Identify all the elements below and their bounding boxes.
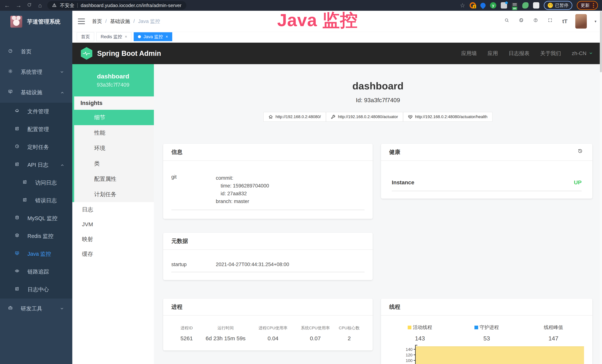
fullscreen-icon[interactable]: [548, 18, 555, 25]
sidebar-item-config-mgmt[interactable]: 配置管理: [0, 120, 72, 138]
service-url-link[interactable]: http://192.168.0.2:48080/: [263, 112, 326, 122]
sidebar-item-tracing[interactable]: 链路追踪: [0, 263, 72, 281]
breadcrumb: 首页 / 基础设施 / Java 监控: [92, 18, 160, 25]
help-icon[interactable]: [533, 18, 540, 25]
font-size-icon[interactable]: tT: [562, 18, 568, 24]
instance-detail-panel: dashboard Id: 93a3fc7f7409 http://192.16…: [154, 64, 602, 364]
breadcrumb-infrastructure[interactable]: 基础设施: [110, 18, 130, 25]
sba-menu-environment[interactable]: 环境: [74, 140, 154, 156]
browser-reload-button[interactable]: [27, 3, 33, 8]
sba-menu-mappings[interactable]: 映射: [72, 232, 154, 247]
instance-header[interactable]: dashboard 93a3fc7f7409: [72, 64, 154, 96]
browser-forward-button[interactable]: →: [16, 2, 22, 8]
tab-redis-monitor[interactable]: Redis 监控 ×: [97, 32, 131, 41]
paused-label: 已暂停: [555, 2, 569, 8]
page-url: dashboard.yudao.iocoder.cn/infra/admin-s…: [81, 3, 181, 8]
user-avatar[interactable]: [575, 14, 587, 29]
sba-menu-scheduledtasks[interactable]: 计划任务: [74, 187, 154, 202]
sba-nav-about[interactable]: 关于我们: [540, 50, 561, 57]
cpu-cores: 2: [336, 335, 362, 342]
profile-paused-chip[interactable]: 已暂停: [544, 1, 572, 10]
tab-home[interactable]: 首页: [77, 32, 94, 41]
browser-home-button[interactable]: ⌂: [38, 2, 42, 8]
metadata-card: 元数据 startup 2021-04-27T00:44:31.254+08:0…: [163, 233, 373, 280]
sba-menu-beans[interactable]: 类: [74, 156, 154, 171]
process-pid: 5261: [174, 335, 199, 342]
address-bar[interactable]: 不安全 dashboard.yudao.iocoder.cn/infra/adm…: [47, 1, 186, 10]
peak-threads-value: 147: [548, 335, 558, 342]
browser-back-button[interactable]: ←: [4, 2, 10, 8]
sidebar-item-error-logs[interactable]: 错误日志: [0, 192, 72, 210]
user-menu-caret-icon[interactable]: ▾: [595, 19, 596, 23]
live-threads-area: [416, 346, 584, 364]
close-icon[interactable]: ×: [125, 34, 127, 39]
sidebar-item-infrastructure[interactable]: 基础设施: [0, 82, 72, 103]
sba-menu-logging[interactable]: 日志: [72, 202, 154, 217]
sba-menu-metrics[interactable]: 性能: [74, 125, 154, 140]
sba-locale-select[interactable]: zh-CN: [572, 50, 593, 56]
metadata-key: startup: [171, 262, 216, 268]
instance-links: http://192.168.0.2:48080/ http://192.168…: [154, 112, 602, 122]
sidebar-item-java-monitor[interactable]: Java 监控: [0, 245, 72, 263]
sba-brand-title: Spring Boot Admin: [97, 50, 161, 57]
threads-card-title: 线程: [389, 303, 400, 311]
extensions-puzzle-icon[interactable]: [533, 2, 539, 9]
process-uptime: 6d 23h 15m 59s: [199, 335, 252, 342]
daemon-threads-swatch: [474, 326, 478, 329]
sba-logo[interactable]: [81, 47, 92, 60]
extension-colorzilla-icon[interactable]: 1: [470, 2, 476, 9]
sidebar-item-log-center[interactable]: 日志中心: [0, 281, 72, 299]
live-threads-value: 143: [415, 335, 425, 342]
wrench-icon: [331, 115, 335, 119]
briefcase-icon: [8, 306, 14, 312]
search-icon[interactable]: [505, 18, 511, 25]
actuator-url-link[interactable]: http://192.168.0.2:48080/actuator: [326, 112, 403, 122]
scrollbar-thumb[interactable]: [600, 11, 602, 72]
page-scrollbar: [600, 11, 602, 364]
sidebar-item-home[interactable]: 首页: [0, 42, 72, 62]
health-url-link[interactable]: http://192.168.0.2:48080/actuator/health: [403, 112, 493, 122]
browser-menu-icon[interactable]: [593, 3, 594, 8]
health-instance-label: Instance: [392, 179, 414, 186]
sidebar-item-redis-monitor[interactable]: Redis 监控: [0, 227, 72, 245]
sba-menu-caches[interactable]: 缓存: [72, 247, 154, 261]
sba-menu-details[interactable]: 细节: [74, 110, 154, 125]
info-card-title: 信息: [171, 148, 183, 156]
breadcrumb-home[interactable]: 首页: [92, 18, 102, 25]
metadata-card-title: 元数据: [171, 237, 188, 245]
bookmark-star-icon[interactable]: ☆: [460, 2, 465, 9]
chrome-update-button[interactable]: 更新: [577, 1, 598, 10]
github-icon[interactable]: [519, 18, 526, 25]
screen-icon: [15, 251, 21, 257]
health-card-title: 健康: [389, 148, 400, 156]
instance-id: 93a3fc7f7409: [97, 82, 129, 88]
extension-switch-icon[interactable]: on: [512, 2, 518, 9]
sidebar-item-file-mgmt[interactable]: 文件管理: [0, 103, 72, 120]
sidebar-item-api-logs[interactable]: API 日志: [0, 156, 72, 174]
sba-menu-configprops[interactable]: 配置属性: [74, 171, 154, 187]
sba-menu-jvm[interactable]: JVM: [72, 217, 154, 232]
sidebar-item-system-mgmt[interactable]: 系统管理: [0, 62, 72, 82]
sba-nav-applications[interactable]: 应用: [488, 50, 498, 57]
sba-nav-wallboard[interactable]: 应用墙: [461, 50, 477, 57]
app-logo-row[interactable]: 芋道管理系统: [0, 11, 72, 33]
dashboard-icon: [8, 49, 14, 55]
extension-pin-icon[interactable]: [479, 2, 487, 9]
extension-grid-icon[interactable]: [501, 2, 507, 9]
row-divider: [392, 191, 582, 191]
tab-java-monitor[interactable]: Java 监控 ×: [134, 32, 172, 41]
sidebar-item-mysql-monitor[interactable]: MySQL 监控: [0, 210, 72, 227]
sidebar-item-dev-tools[interactable]: 研发工具: [0, 299, 72, 319]
history-icon[interactable]: [578, 149, 584, 155]
close-icon[interactable]: ×: [166, 34, 168, 39]
log-edit-icon: [23, 180, 29, 186]
sidebar-toggle-icon[interactable]: [78, 19, 85, 24]
sidebar-item-scheduled-tasks[interactable]: 定时任务: [0, 138, 72, 156]
chevron-down-icon: [60, 306, 64, 311]
extension-leaf-icon[interactable]: [522, 2, 528, 9]
monitor-icon: [8, 89, 14, 96]
extension-y-icon[interactable]: y: [490, 2, 496, 9]
sba-nav-journal[interactable]: 日志报表: [509, 50, 529, 57]
sidebar-item-access-logs[interactable]: 访问日志: [0, 174, 72, 192]
log-edit-icon: [15, 162, 21, 168]
